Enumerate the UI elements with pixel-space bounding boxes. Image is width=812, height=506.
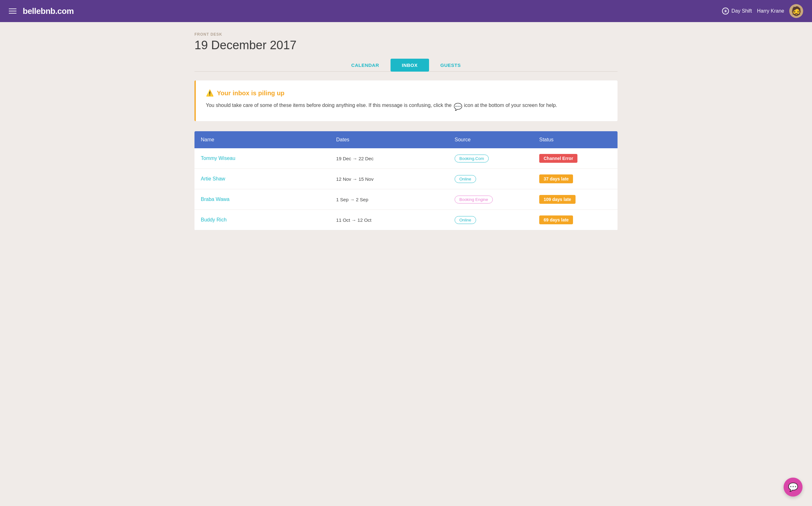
table-row[interactable]: Buddy Rich 11 Oct → 12 Oct Online 69 day… xyxy=(195,210,617,230)
title-area: FRONT DESK 19 December 2017 xyxy=(195,22,617,58)
source-badge: Booking Engine xyxy=(455,195,493,203)
breadcrumb: FRONT DESK xyxy=(195,32,617,36)
status-badge: Channel Error xyxy=(539,154,577,163)
page-content: FRONT DESK 19 December 2017 CALENDAR INB… xyxy=(185,22,627,230)
avatar[interactable]: 🧔 xyxy=(789,4,803,18)
warning-icon: ⚠️ xyxy=(206,89,214,97)
shift-indicator: ☀ Day Shift xyxy=(722,8,752,14)
status-badge: 109 days late xyxy=(539,195,576,204)
table-row[interactable]: Braba Wawa 1 Sep → 2 Sep Booking Engine … xyxy=(195,189,617,210)
source-badge: Online xyxy=(455,175,476,183)
booking-dates: 12 Nov → 15 Nov xyxy=(336,176,373,182)
tab-calendar[interactable]: CALENDAR xyxy=(340,59,390,72)
chat-icon-inline: 💬 xyxy=(454,101,462,112)
brand-logo: bellebnb.com xyxy=(23,6,74,16)
tab-guests[interactable]: GUESTS xyxy=(429,59,472,72)
user-name: Harry Krane xyxy=(757,8,784,14)
status-badge: 37 days late xyxy=(539,174,573,183)
sun-icon: ☀ xyxy=(722,8,729,14)
inbox-table: Name Dates Source Status Tommy Wiseau 19… xyxy=(195,131,617,230)
alert-box: ⚠️ Your inbox is piling up You should ta… xyxy=(195,80,617,121)
alert-title: ⚠️ Your inbox is piling up xyxy=(206,89,607,97)
table-header: Name Dates Source Status xyxy=(195,131,617,148)
guest-name[interactable]: Braba Wawa xyxy=(201,196,229,202)
menu-toggle[interactable] xyxy=(9,8,16,14)
app-header: bellebnb.com ☀ Day Shift Harry Krane 🧔 xyxy=(0,0,812,22)
col-status: Status xyxy=(533,131,617,148)
table-row[interactable]: Artie Shaw 12 Nov → 15 Nov Online 37 day… xyxy=(195,169,617,189)
source-badge: Booking.Com xyxy=(455,155,489,162)
guest-name[interactable]: Artie Shaw xyxy=(201,176,225,181)
table-row[interactable]: Tommy Wiseau 19 Dec → 22 Dec Booking.Com… xyxy=(195,148,617,169)
chat-fab-icon: 💬 xyxy=(788,482,798,492)
page-title: 19 December 2017 xyxy=(195,38,617,52)
booking-dates: 1 Sep → 2 Sep xyxy=(336,197,368,202)
tabs-container: CALENDAR INBOX GUESTS xyxy=(195,58,617,72)
booking-dates: 11 Oct → 12 Oct xyxy=(336,217,372,223)
alert-body: You should take care of some of these it… xyxy=(206,101,607,112)
chat-fab-button[interactable]: 💬 xyxy=(784,478,803,497)
col-dates: Dates xyxy=(330,131,448,148)
guest-name[interactable]: Tommy Wiseau xyxy=(201,156,235,161)
booking-dates: 19 Dec → 22 Dec xyxy=(336,156,373,161)
col-source: Source xyxy=(448,131,533,148)
status-badge: 69 days late xyxy=(539,216,573,224)
shift-label: Day Shift xyxy=(732,8,752,14)
col-name: Name xyxy=(195,131,330,148)
source-badge: Online xyxy=(455,216,476,224)
guest-name[interactable]: Buddy Rich xyxy=(201,217,227,223)
tab-inbox[interactable]: INBOX xyxy=(390,59,429,72)
